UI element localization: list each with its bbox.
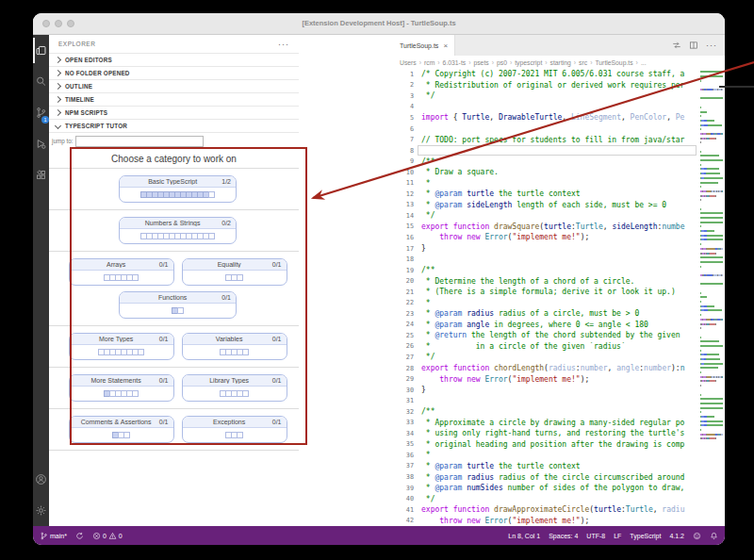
line-text: * [421,451,725,459]
sync-status[interactable] [75,532,84,540]
close-tab-icon[interactable]: × [443,41,448,50]
category-more-statements[interactable]: More Statements0/1 [69,374,174,402]
sidebar-item-npm-scripts[interactable]: NPM SCRIPTS [49,106,299,119]
code-token: export [421,222,449,231]
category-progress [70,428,173,442]
minimap[interactable] [700,70,723,477]
line-number: 13 [393,201,421,208]
code-token: , [621,113,631,122]
line-number: 33 [393,419,421,426]
tab-label: TurtleSoup.ts [400,42,438,49]
code-line: 14 */ [393,210,725,222]
code-token: LineSegment [571,113,621,122]
code-area[interactable]: 1/* Copyright (c) 2007-2021 MIT 6.005/6.… [393,69,725,526]
minimize-window-button[interactable] [55,20,62,27]
status-item-utf-8[interactable]: UTF-8 [586,533,605,539]
activity-search-icon[interactable] [33,66,49,97]
tab-turtlesoup[interactable]: TurtleSoup.ts × [393,35,455,56]
category-count: 0/1 [272,336,282,342]
code-token: * [421,321,434,329]
status-item-spaces-4[interactable]: Spaces: 4 [549,533,578,539]
breadcrumb-item[interactable]: rcm [424,59,434,66]
line-number: 9 [393,157,421,165]
breadcrumb-item[interactable]: 6.031-ts [443,59,467,66]
git-branch-status[interactable]: main* [40,532,67,540]
code-token: , [489,113,499,122]
editor-actions: ··· [664,35,725,56]
zoom-window-button[interactable] [67,20,74,27]
sidebar-more-actions-icon[interactable]: ··· [278,40,289,49]
line-number: 19 [393,267,421,274]
line-number: 30 [393,387,421,394]
line-number: 11 [393,179,421,187]
status-item-ln-8-col-1[interactable]: Ln 8, Col 1 [508,533,540,539]
category-more-types[interactable]: More Types0/1 [69,333,174,360]
breadcrumb-separator: › [545,59,547,66]
category-arrays[interactable]: Arrays0/1 [69,258,174,286]
breadcrumb-item[interactable]: ... [641,59,647,66]
more-actions-icon[interactable]: ··· [706,41,717,50]
activity-run-debug-icon[interactable] [33,128,49,159]
breadcrumb-item[interactable]: psets [473,59,488,66]
sidebar-item-outline[interactable]: OUTLINE [49,79,299,92]
category-library-types[interactable]: Library Types0/1 [182,374,287,402]
sidebar-item-no-folder-opened[interactable]: NO FOLDER OPENED [49,66,299,79]
line-text: * @param radius radius of the circle cir… [421,473,725,482]
sidebar-item-timeline[interactable]: TIMELINE [49,92,299,106]
category-comments-assertions[interactable]: Comments & Assertions0/1 [69,416,174,443]
activity-extensions-icon[interactable] [33,159,49,190]
activity-source-control-icon[interactable]: 1 [33,97,49,128]
breadcrumb-item[interactable]: Users [400,59,417,66]
line-text: throw new Error("implement me!"); [421,233,725,241]
breadcrumb-item[interactable]: typescript [515,59,542,66]
code-token: Turtle [462,113,489,122]
progress-cell [237,274,243,281]
category-progress [183,271,287,285]
sidebar-sections: OPEN EDITORSNO FOLDER OPENEDOUTLINETIMEL… [49,53,299,133]
status-item-typescript[interactable]: TypeScript [630,533,661,539]
feedback-status[interactable] [693,532,701,540]
jump-to-input[interactable] [75,136,204,147]
code-token: turtle [467,462,494,470]
code-token: /** [421,407,434,416]
line-text: * @param turtle the turtle context [421,462,725,470]
bell-status[interactable] [710,532,718,540]
code-line: 39 * @param numSides number of sides of … [393,483,725,494]
code-token: @param [434,201,467,209]
line-number: 16 [393,234,421,241]
line-text: // TODO: port specs for students to fill… [421,136,725,144]
code-line: 36 * [393,450,725,461]
breadcrumb-item[interactable]: ps0 [497,59,507,66]
category-exceptions[interactable]: Exceptions0/1 [182,416,287,443]
code-token: */ [421,495,434,503]
breadcrumb-item[interactable]: src [579,59,587,66]
activity-account-icon[interactable] [33,464,49,495]
breadcrumb-item[interactable]: TurtleSoup.ts [595,59,632,66]
sidebar-item-open-editors[interactable]: OPEN EDITORS [49,53,299,66]
code-token: throw [439,517,462,525]
category-functions[interactable]: Functions0/1 [119,291,237,319]
tutor-panel: Choose a category to work on Basic TypeS… [49,149,299,451]
line-text: */ [421,495,725,503]
activity-explorer-icon[interactable] [33,35,49,66]
split-editor-icon[interactable] [689,41,698,50]
breadcrumb-item[interactable]: starting [550,59,571,66]
category-variables[interactable]: Variables0/1 [182,333,287,360]
status-item-lf[interactable]: LF [614,533,621,539]
code-line: 35 * original heading and position after… [393,439,725,451]
activity-settings-icon[interactable] [33,495,49,526]
category-basic-typescript[interactable]: Basic TypeScript1/2 [119,175,237,203]
chevron-right-icon [55,83,61,90]
code-token: function [453,364,490,372]
category-label: Comments & Assertions [74,419,158,425]
open-changes-icon[interactable] [672,41,681,50]
status-item-4-1-2[interactable]: 4.1.2 [669,533,684,539]
problems-status[interactable]: 0 0 [92,532,123,540]
category-equality[interactable]: Equality0/1 [182,258,287,286]
code-token: @param [434,462,467,470]
code-token: @return [434,331,467,339]
sidebar-item-typescript-tutor[interactable]: TYPESCRIPT TUTOR [49,119,299,132]
title-bar: [Extension Development Host] - TurtleSou… [33,13,725,35]
close-window-button[interactable] [42,20,50,27]
category-numbers-strings[interactable]: Numbers & Strings0/2 [119,217,237,244]
